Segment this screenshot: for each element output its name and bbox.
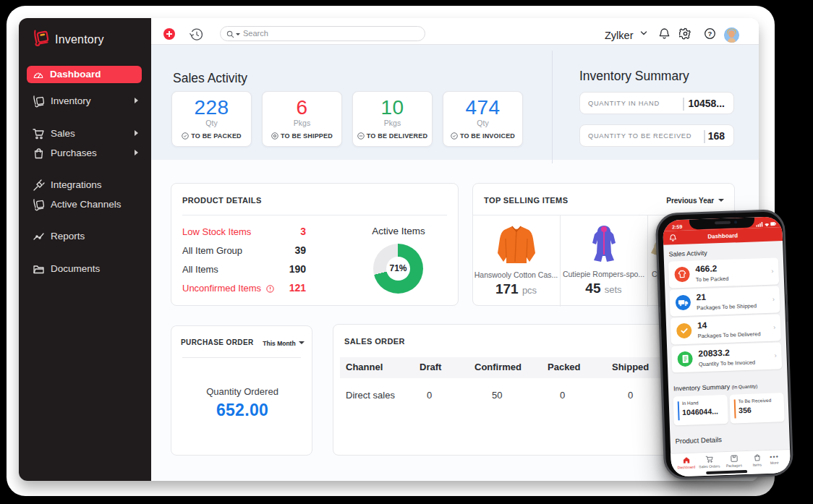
svg-text:?: ? — [708, 30, 712, 38]
